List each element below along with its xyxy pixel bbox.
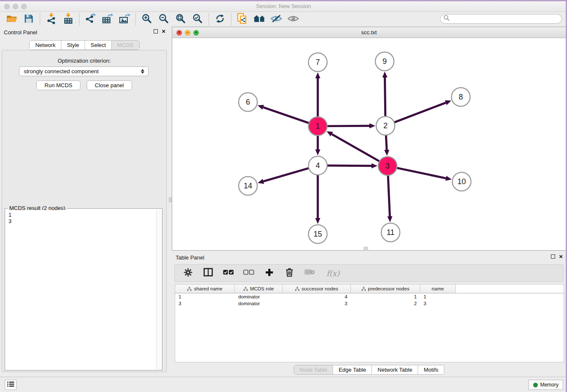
table-cell[interactable]: 3 bbox=[420, 300, 456, 307]
table-cell[interactable]: 1 bbox=[175, 293, 235, 300]
column-header-shared-name[interactable]: shared name bbox=[175, 284, 235, 293]
control-panel-float-icon[interactable] bbox=[154, 29, 158, 33]
tab-select[interactable]: Select bbox=[85, 41, 112, 50]
table-panel-close-icon[interactable]: × bbox=[559, 254, 563, 259]
split-columns-button[interactable] bbox=[203, 268, 214, 279]
table-cell[interactable]: 2 bbox=[351, 300, 420, 307]
control-panel-close-icon[interactable]: × bbox=[162, 29, 165, 33]
search-input[interactable] bbox=[450, 15, 561, 23]
memory-button[interactable]: Memory bbox=[528, 380, 563, 390]
table-settings-button[interactable] bbox=[182, 268, 193, 279]
houses-icon bbox=[253, 14, 266, 25]
tab-mcds[interactable]: MCDS bbox=[112, 41, 139, 50]
graph-edge-1-6[interactable] bbox=[263, 107, 310, 123]
table-cell[interactable]: 1 bbox=[351, 293, 420, 300]
table-cell[interactable]: 4 bbox=[283, 293, 351, 300]
search-field[interactable] bbox=[440, 14, 562, 24]
table-tab-motifs[interactable]: Motifs bbox=[418, 365, 444, 374]
splitter-handle[interactable] bbox=[169, 197, 172, 202]
plus-icon bbox=[265, 268, 273, 278]
graph-edge-4-14[interactable] bbox=[263, 168, 309, 182]
graph-edge-2-9[interactable] bbox=[385, 77, 385, 117]
hide-graphics-details-button[interactable] bbox=[268, 13, 285, 26]
import-network-icon bbox=[46, 13, 56, 26]
control-panel-header: Control Panel × bbox=[0, 27, 169, 38]
table-header-row: shared nameMCDS rolesuccessor nodesprede… bbox=[175, 284, 564, 293]
table-cell[interactable]: 1 bbox=[420, 293, 456, 300]
export-network-icon bbox=[85, 13, 96, 26]
graph-edge-3-1[interactable] bbox=[332, 134, 380, 162]
export-table-button[interactable] bbox=[99, 13, 116, 26]
control-panel-title: Control Panel bbox=[4, 29, 37, 36]
copy-share-button[interactable] bbox=[234, 13, 251, 26]
edge-arrowhead bbox=[446, 176, 452, 181]
graph-node-label: 2 bbox=[383, 121, 388, 130]
delete-column-button[interactable] bbox=[304, 268, 315, 279]
graph-edge-3-11[interactable] bbox=[388, 174, 390, 216]
graph-edge-4-3[interactable] bbox=[326, 166, 372, 166]
table-panel-float-icon[interactable] bbox=[551, 254, 555, 259]
table-cell[interactable]: 3 bbox=[283, 300, 351, 307]
export-network-button[interactable] bbox=[82, 13, 99, 26]
table-row[interactable]: 1dominator411 bbox=[175, 293, 564, 300]
save-session-button[interactable] bbox=[20, 13, 37, 26]
node-table[interactable]: shared nameMCDS rolesuccessor nodesprede… bbox=[175, 284, 564, 362]
unchecked-boxes-icon bbox=[243, 269, 254, 277]
criterion-dropdown[interactable]: strongly connected component bbox=[19, 66, 149, 76]
export-image-button[interactable] bbox=[116, 13, 133, 26]
table-tab-edge-table[interactable]: Edge Table bbox=[333, 365, 372, 374]
function-builder-button[interactable]: f(x) bbox=[325, 268, 341, 279]
window-titlebar: Session: New Session bbox=[0, 1, 567, 12]
column-header-mcds-role[interactable]: MCDS role bbox=[235, 284, 283, 293]
graph-edge-2-8[interactable] bbox=[394, 103, 446, 123]
mcds-result-scrollbar[interactable] bbox=[156, 210, 162, 370]
graph-edge-1-2[interactable] bbox=[326, 126, 369, 126]
table-tab-network-table[interactable]: Network Table bbox=[372, 365, 418, 374]
close-panel-button[interactable]: Close panel bbox=[87, 80, 132, 90]
table-cell[interactable]: dominator bbox=[235, 300, 283, 307]
panel-splitter[interactable] bbox=[169, 27, 172, 377]
graph-node-label: 14 bbox=[244, 182, 252, 190]
toolbar-separator bbox=[79, 14, 80, 25]
memory-label: Memory bbox=[540, 382, 559, 388]
graph-node-label: 6 bbox=[246, 98, 250, 106]
network-canvas[interactable]: 7968124314101511 bbox=[172, 38, 566, 250]
select-all-checkboxes-button[interactable] bbox=[223, 268, 234, 279]
import-network-button[interactable] bbox=[43, 13, 60, 26]
control-panel-tabs: NetworkStyleSelectMCDS bbox=[0, 40, 169, 50]
import-table-button[interactable] bbox=[60, 13, 77, 26]
edge-arrowhead bbox=[315, 149, 320, 155]
refresh-view-button[interactable] bbox=[212, 13, 228, 26]
optimization-criterion-label: Optimization criterion: bbox=[2, 58, 166, 64]
deselect-all-checkboxes-button[interactable] bbox=[243, 268, 254, 279]
zoom-in-button[interactable] bbox=[138, 13, 155, 26]
network-resize-handle[interactable] bbox=[363, 247, 368, 250]
split-columns-icon bbox=[204, 268, 213, 278]
column-header-successor-nodes[interactable]: successor nodes bbox=[283, 284, 351, 293]
add-row-button[interactable] bbox=[264, 268, 275, 279]
tab-network[interactable]: Network bbox=[30, 41, 61, 50]
column-header-predecessor-nodes[interactable]: predecessor nodes bbox=[351, 284, 420, 293]
delete-row-button[interactable] bbox=[284, 268, 295, 279]
table-tab-node-table[interactable]: Node Table bbox=[294, 365, 333, 374]
open-session-button[interactable] bbox=[3, 13, 20, 26]
run-mcds-button[interactable]: Run MCDS bbox=[36, 80, 80, 90]
graph-edge-3-10[interactable] bbox=[396, 168, 446, 178]
checked-boxes-icon bbox=[223, 269, 234, 277]
table-cell[interactable]: 3 bbox=[175, 300, 235, 307]
table-cell[interactable]: dominator bbox=[235, 293, 283, 300]
tab-style[interactable]: Style bbox=[61, 41, 85, 50]
show-graphics-details-button[interactable] bbox=[285, 13, 302, 26]
task-history-button[interactable] bbox=[5, 380, 17, 390]
table-row[interactable]: 3dominator323 bbox=[175, 300, 564, 307]
zoom-selected-button[interactable] bbox=[189, 13, 206, 26]
column-header-name[interactable]: name bbox=[420, 284, 456, 293]
graph-node-label: 15 bbox=[314, 230, 322, 238]
zoom-fit-button[interactable] bbox=[172, 13, 189, 26]
graph-node-label: 1 bbox=[316, 122, 320, 130]
status-bar: Memory bbox=[0, 377, 567, 392]
home-layout-button[interactable] bbox=[251, 13, 268, 26]
graph-edge-2-3[interactable] bbox=[386, 134, 387, 150]
zoom-out-button[interactable] bbox=[155, 13, 172, 26]
toolbar-separator bbox=[209, 14, 209, 25]
